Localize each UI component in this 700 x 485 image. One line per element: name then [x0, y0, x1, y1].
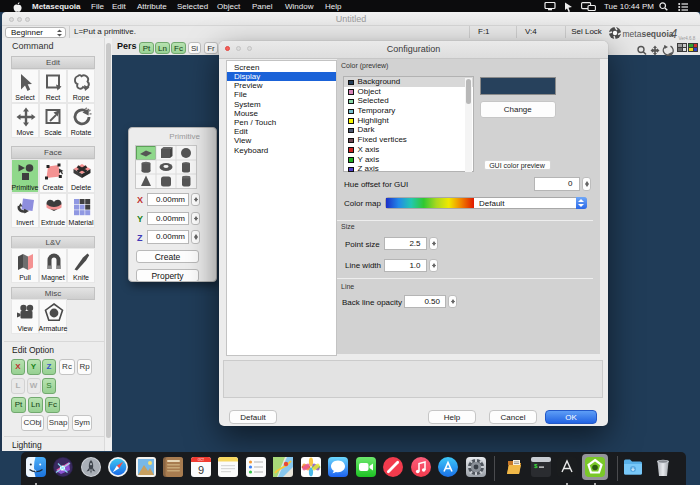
svg-text:$: $: [534, 463, 538, 470]
svg-text:Ver4.6.8: Ver4.6.8: [679, 36, 696, 41]
svg-text:metasequoia: metasequoia: [623, 29, 674, 39]
svg-text:9: 9: [197, 464, 203, 476]
svg-text:OCT: OCT: [197, 458, 204, 462]
svg-text:4: 4: [671, 27, 678, 41]
